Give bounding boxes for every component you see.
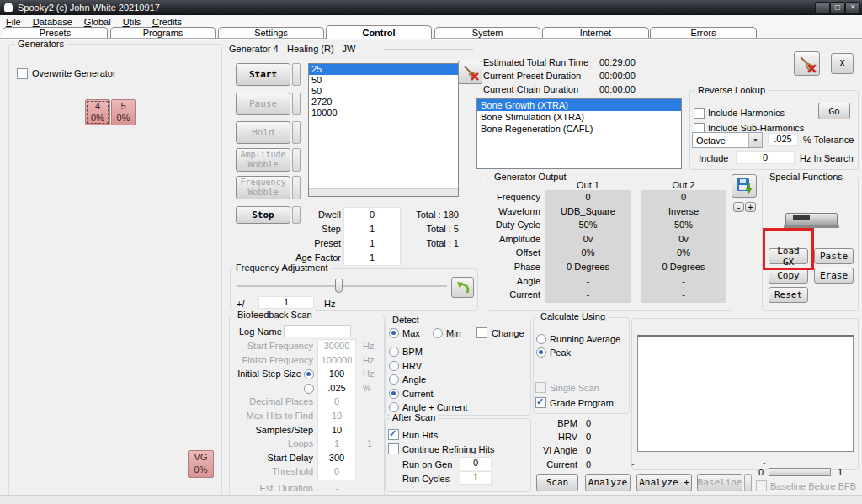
app-icon [4, 3, 13, 12]
step-size-percent-radio[interactable] [304, 384, 314, 394]
generator-4-button[interactable]: 4 0% [85, 99, 110, 125]
clear-frequencies-button[interactable] [458, 61, 482, 84]
tolerance-field[interactable]: .025 [768, 133, 798, 146]
maximize-button[interactable]: ▢ [830, 2, 845, 13]
generator-5-button[interactable]: 5 0% [111, 99, 136, 125]
grade-program-label: Grade Program [550, 398, 614, 408]
frequency-item[interactable]: 50 [309, 86, 458, 97]
results-bottom-left-dash: - [631, 459, 635, 469]
detect-min-radio[interactable] [433, 328, 443, 338]
detect-option-label: HRV [402, 361, 422, 371]
title-bar: Spooky2 (c) John White 20210917 – ▢ ✕ [0, 0, 862, 15]
grade-program-checkbox[interactable] [535, 397, 546, 408]
reading-label: VI Angle [527, 445, 577, 455]
tab-programs[interactable]: Programs [110, 27, 216, 38]
single-scan-checkbox[interactable] [535, 382, 546, 393]
clear-generator-button[interactable] [794, 51, 820, 76]
octave-dropdown[interactable]: Octave ▼ [692, 132, 763, 148]
program-item[interactable]: Bone Stimulation (XTRA) [477, 111, 681, 123]
frequency-item[interactable]: 2720 [309, 97, 458, 108]
hold-button[interactable]: Hold [236, 121, 290, 144]
start-side-strip[interactable] [292, 63, 301, 86]
frequency-item[interactable]: 50 [309, 75, 458, 86]
reading-value: 0 [586, 418, 591, 428]
menu-file[interactable]: File [0, 16, 27, 28]
baseline-side-strip[interactable] [744, 474, 752, 491]
output-minus-button[interactable]: - [733, 202, 744, 212]
frequency-hscrollbar[interactable] [309, 188, 458, 197]
continue-refining-checkbox[interactable] [388, 443, 399, 454]
detect-current-radio[interactable] [389, 389, 399, 399]
go-button[interactable]: Go [818, 103, 850, 119]
run-on-gen-field[interactable]: 0 [460, 457, 492, 470]
out1-value: 0v [545, 232, 631, 247]
tab-internet[interactable]: Internet [542, 27, 649, 38]
peak-radio[interactable] [536, 347, 546, 358]
pause-button[interactable]: Pause [236, 93, 290, 115]
detect-change-checkbox[interactable] [476, 327, 487, 338]
run-cycles-field[interactable]: 1 [460, 471, 492, 485]
bfb-row-unit: Hz [363, 341, 374, 351]
frequency-item[interactable]: 25 [309, 64, 458, 75]
window-title: Spooky2 (c) John White 20210917 [18, 3, 160, 13]
spooky2-window: { "colors": {"annotation_red": "#e02020"… [0, 0, 862, 504]
detect-option-label: Angle [402, 374, 426, 385]
frequency-listbox[interactable]: 25 50 50 2720 10000 [308, 63, 459, 197]
adjustment-value-field[interactable]: 1 [258, 296, 314, 309]
detect-max-radio[interactable] [389, 328, 399, 338]
pause-side-strip[interactable] [292, 93, 301, 115]
menu-credits[interactable]: Credits [146, 16, 188, 28]
vg-button[interactable]: VG 0% [188, 450, 214, 478]
menu-global[interactable]: Global [78, 16, 117, 28]
program-listbox[interactable]: Bone Growth (XTRA) Bone Stimulation (XTR… [476, 98, 682, 169]
save-output-button[interactable] [732, 174, 757, 198]
hold-side-strip[interactable] [292, 121, 301, 144]
bfb-row-value: .025 [317, 383, 356, 393]
tab-settings[interactable]: Settings [218, 27, 324, 38]
out1-value: 0 [545, 190, 631, 204]
run-hits-checkbox[interactable] [388, 429, 399, 440]
frequency-adjustment-slider-thumb[interactable] [335, 279, 343, 293]
scan-button[interactable]: Scan [536, 474, 578, 491]
amplitude-wobble-side-strip[interactable] [292, 148, 301, 172]
step-size-hz-radio[interactable] [304, 369, 314, 379]
tab-presets[interactable]: Presets [3, 27, 108, 38]
program-item[interactable]: Bone Growth (XTRA) [477, 99, 681, 111]
analyze-plus-button[interactable]: Analyze + [636, 474, 692, 491]
tab-system[interactable]: System [434, 27, 540, 38]
baseline-button[interactable]: Baseline [697, 474, 742, 491]
menu-utils[interactable]: Utils [117, 16, 146, 28]
frequency-wobble-button[interactable]: Frequency Wobble [236, 176, 290, 199]
paste-button[interactable]: Paste [814, 248, 854, 264]
amplitude-wobble-button[interactable]: Amplitude Wobble [236, 148, 290, 172]
analyze-button[interactable]: Analyze [585, 474, 631, 491]
close-button[interactable]: ✕ [845, 2, 860, 13]
start-button[interactable]: Start [236, 63, 290, 86]
overwrite-generator-checkbox[interactable] [17, 68, 28, 79]
octave-dropdown-value: Octave [696, 135, 726, 146]
frequency-adjustment-reset-button[interactable] [451, 277, 474, 298]
menu-database[interactable]: Database [27, 16, 78, 28]
program-item[interactable]: Bone Regeneration (CAFL) [477, 123, 681, 135]
frequency-wobble-side-strip[interactable] [292, 176, 301, 199]
detect-hrv-radio[interactable] [389, 361, 399, 371]
after-scan-dash: - [522, 474, 525, 484]
baseline-before-bfb-checkbox[interactable] [756, 480, 767, 491]
erase-button[interactable]: Erase [814, 268, 854, 284]
detect-angle-current-radio[interactable] [389, 402, 399, 412]
close-tab-x-button[interactable]: X [831, 53, 854, 74]
counter-total: Total : 5 [383, 224, 459, 234]
running-average-radio[interactable] [536, 334, 546, 344]
reset-button[interactable]: Reset [769, 287, 808, 303]
tab-errors[interactable]: Errors [650, 27, 757, 38]
include-hz-field[interactable]: 0 [736, 151, 795, 164]
minimize-button[interactable]: – [815, 2, 830, 13]
log-name-field[interactable] [284, 325, 351, 337]
tab-control[interactable]: Control [326, 25, 432, 39]
frequency-item[interactable]: 10000 [309, 108, 458, 119]
detect-angle-radio[interactable] [389, 374, 399, 385]
output-plus-button[interactable]: + [745, 202, 756, 212]
out1-header: Out 1 [545, 180, 631, 190]
detect-bpm-radio[interactable] [389, 347, 399, 357]
include-harmonics-checkbox[interactable] [694, 108, 705, 119]
